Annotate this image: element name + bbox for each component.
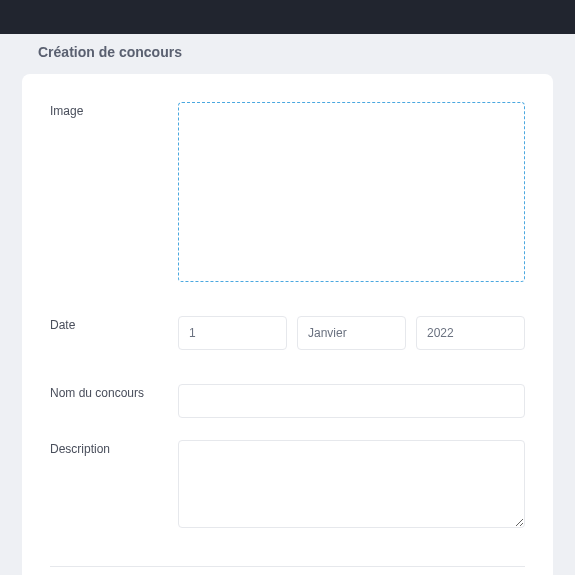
- topbar: [0, 0, 575, 34]
- section-divider: [50, 566, 525, 567]
- description-textarea[interactable]: [178, 440, 525, 528]
- competition-name-input[interactable]: [178, 384, 525, 418]
- description-label: Description: [50, 440, 178, 532]
- description-row: Description: [50, 440, 525, 532]
- image-label: Image: [50, 102, 178, 282]
- date-row: Date 1 Janvier 2022: [50, 316, 525, 350]
- image-dropzone[interactable]: [178, 102, 525, 282]
- name-label: Nom du concours: [50, 384, 178, 418]
- date-label: Date: [50, 316, 178, 350]
- date-month-select[interactable]: Janvier: [297, 316, 406, 350]
- form-card: Image Date 1 Janvier 2022 Nom du concour…: [22, 74, 553, 575]
- page-title: Création de concours: [0, 34, 575, 74]
- date-day-select[interactable]: 1: [178, 316, 287, 350]
- image-row: Image: [50, 102, 525, 282]
- name-row: Nom du concours: [50, 384, 525, 418]
- date-year-select[interactable]: 2022: [416, 316, 525, 350]
